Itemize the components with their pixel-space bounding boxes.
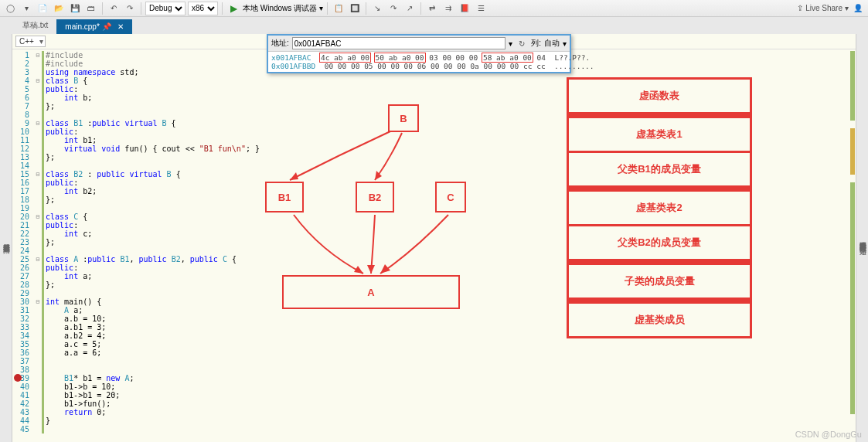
- layout-cell: 父类B2的成员变量: [567, 226, 752, 261]
- memory-panel: 地址: ▾ ↻ 列: 自动 ▾ x001AFBAC 4c ab a0 00 50…: [267, 34, 571, 73]
- tab-file-2[interactable]: main.cpp* 📌 ✕: [56, 19, 132, 34]
- memory-addr-input[interactable]: [292, 37, 505, 49]
- step-out-icon[interactable]: ↗: [403, 2, 417, 15]
- run-button[interactable]: 本地 Windows 调试器: [243, 3, 317, 14]
- breakpoint-icon[interactable]: [14, 374, 22, 382]
- step-into-icon[interactable]: ↘: [370, 2, 384, 15]
- code-line[interactable]: 39 B1* b1 = new A;: [12, 374, 868, 382]
- right-sidebar-tabs[interactable]: 解决方案资源管理器 团队资源管理器 属性 通知: [856, 34, 868, 442]
- code-line[interactable]: 38: [12, 366, 868, 374]
- pin-icon[interactable]: 📌: [102, 22, 111, 31]
- redo-icon[interactable]: ↷: [123, 2, 137, 15]
- tool-icon-2[interactable]: 🔲: [348, 2, 362, 15]
- layout-cell: 虚函数表: [567, 77, 752, 114]
- config-select[interactable]: Debug: [145, 2, 186, 15]
- tool-icon-1[interactable]: 📋: [332, 2, 345, 15]
- watermark: CSDN @DongGu: [795, 430, 862, 439]
- tab-file-1[interactable]: 草稿.txt: [14, 17, 56, 34]
- user-icon[interactable]: 👤: [851, 2, 865, 15]
- code-line[interactable]: 44}: [12, 416, 868, 425]
- code-line[interactable]: 35 a.c = 5;: [12, 340, 868, 348]
- memory-col-value[interactable]: 自动: [544, 38, 560, 49]
- new-file-icon[interactable]: 📄: [36, 2, 49, 15]
- main-toolbar: ◯ ▾ 📄 📂 💾 🗃 ↶ ↷ Debug x86 ▶ 本地 Windows 调…: [0, 0, 868, 17]
- memory-col-label: 列:: [531, 38, 541, 49]
- layout-cell: 父类B1的成员变量: [567, 153, 752, 188]
- layout-cell: 虚基类表1: [567, 114, 752, 153]
- save-icon[interactable]: 💾: [68, 2, 82, 15]
- open-icon[interactable]: 📂: [52, 2, 66, 15]
- layout-cell: 子类的成员变量: [567, 261, 752, 300]
- code-line[interactable]: 45: [12, 425, 868, 434]
- nav-back-icon[interactable]: ◯: [3, 2, 17, 15]
- left-sidebar-tabs[interactable]: 服务器资源管理器 工具箱: [0, 34, 12, 442]
- layout-cell: 虚基类表2: [567, 188, 752, 226]
- platform-select[interactable]: x86: [188, 2, 218, 15]
- scroll-indicator: [850, 51, 855, 422]
- tool-icon-4[interactable]: ⇉: [441, 2, 455, 15]
- code-line[interactable]: 42 b1->fun();: [12, 400, 868, 408]
- step-over-icon[interactable]: ↷: [386, 2, 400, 15]
- memory-layout-table: 虚函数表虚基类表1父类B1的成员变量虚基类表2父类B2的成员变量子类的成员变量虚…: [567, 77, 752, 338]
- code-line[interactable]: 36 a.a = 6;: [12, 348, 868, 357]
- memory-addr-label: 地址:: [271, 38, 289, 49]
- tool-icon-3[interactable]: ⇄: [425, 2, 439, 15]
- tool-icon-6[interactable]: ☰: [474, 2, 488, 15]
- share-icon: ⇪: [797, 4, 803, 12]
- code-line[interactable]: 40 b1->b = 10;: [12, 382, 868, 391]
- code-line[interactable]: 43 return 0;: [12, 408, 868, 416]
- undo-icon[interactable]: ↶: [107, 2, 121, 15]
- scope-combo[interactable]: C++: [15, 36, 46, 47]
- tool-icon-5[interactable]: 📕: [458, 2, 471, 15]
- refresh-icon[interactable]: ↻: [516, 37, 528, 49]
- layout-cell: 虚基类成员: [567, 300, 752, 338]
- code-line[interactable]: 37: [12, 357, 868, 366]
- editor-tabs: 草稿.txt main.cpp* 📌 ✕: [0, 17, 868, 34]
- code-line[interactable]: 41 b1->b1 = 20;: [12, 391, 868, 400]
- save-all-icon[interactable]: 🗃: [84, 2, 98, 15]
- memory-dump: x001AFBAC 4c ab a0 00 50 ab a0 00 03 00 …: [268, 52, 570, 72]
- play-icon[interactable]: ▶: [226, 2, 240, 15]
- close-icon[interactable]: ✕: [117, 22, 124, 31]
- live-share-button[interactable]: ⇪ Live Share ▾: [797, 4, 849, 12]
- nav-fwd-icon[interactable]: ▾: [19, 2, 33, 15]
